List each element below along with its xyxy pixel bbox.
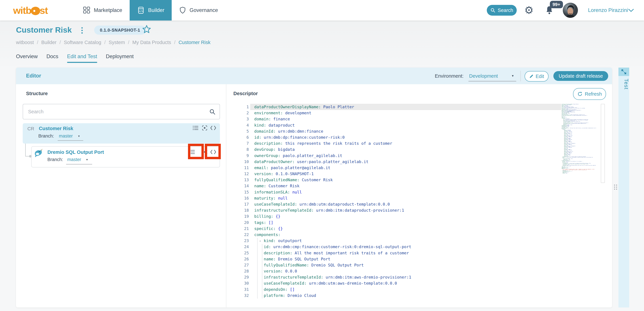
node-title[interactable]: Customer Risk: [39, 126, 73, 131]
user-name[interactable]: Lorenzo Pirazzini: [588, 0, 628, 20]
nav-item-builder[interactable]: </> Builder: [130, 0, 172, 20]
yaml-line: 17useCaseTemplateId: urn:dmb:utm:datapro…: [234, 201, 606, 207]
minimap-line: endpoint: https://myurl/development/fina…: [562, 157, 596, 158]
edit-button[interactable]: Edit: [524, 71, 548, 82]
nav-item-label: Marketplace: [94, 7, 122, 13]
tab-test[interactable]: Test: [618, 79, 629, 90]
structure-search-box: [23, 104, 220, 119]
refresh-button[interactable]: Refresh: [573, 88, 606, 100]
node-title[interactable]: Dremio SQL Output Port: [48, 150, 104, 155]
yaml-line: 31 dependsOn: []: [234, 286, 606, 292]
yaml-line: 11email: paolo.platter@agilelab.it: [234, 165, 606, 171]
root-branch-select[interactable]: master: [59, 134, 73, 139]
branch-underline: [58, 140, 83, 141]
environment-label: Environment:: [435, 73, 464, 79]
annotation-box-list-icon: [188, 144, 204, 159]
breadcrumb-item[interactable]: witboost: [16, 40, 34, 45]
child-branch-select[interactable]: master: [67, 157, 81, 162]
update-draft-release-button[interactable]: Update draft release: [553, 71, 608, 81]
editor-heading: Editor: [26, 73, 41, 79]
tab-deployment[interactable]: Deployment: [106, 54, 134, 62]
yaml-line: 13fullyQualifiedName: Customer Risk: [234, 177, 606, 183]
yaml-line: 3domain: finance: [234, 116, 606, 122]
test-drawer: Test: [618, 68, 629, 308]
yaml-code: 1dataProductOwnerDisplayName: Paolo Plat…: [234, 104, 606, 298]
structure-search-input[interactable]: [28, 106, 205, 118]
breadcrumb-item[interactable]: System: [108, 40, 125, 45]
tree-node-customer-risk[interactable]: CR Customer Risk Branch:: [23, 123, 220, 144]
yaml-line: 25 description: All the most important r…: [234, 250, 606, 256]
expand-arrows-icon: [621, 69, 627, 75]
breadcrumb-separator: /: [104, 40, 106, 45]
tab-docs[interactable]: Docs: [46, 54, 58, 62]
user-menu-chevron-down-icon[interactable]: [628, 9, 634, 12]
breadcrumb-separator: /: [128, 40, 129, 45]
environment-caret-down-icon[interactable]: ▼: [511, 74, 514, 78]
tab-overview[interactable]: Overview: [16, 54, 38, 62]
structure-heading: Structure: [26, 91, 48, 96]
editor-header-band: [16, 68, 612, 84]
yaml-line: 20tags: []: [234, 220, 606, 226]
environment-select[interactable]: Development: [469, 73, 498, 79]
yaml-line: 7description: this represents the risk t…: [234, 140, 606, 146]
page-tabs: OverviewDocsEdit and TestDeployment: [16, 54, 134, 62]
root-code-icon[interactable]: [210, 125, 216, 131]
descriptor-heading: Descriptor: [234, 91, 258, 96]
title-kebab-menu-icon[interactable]: [82, 27, 83, 34]
settings-gear-icon[interactable]: ⚙: [524, 4, 534, 17]
nav-item-governance[interactable]: Governance: [172, 0, 225, 20]
witboost-logo[interactable]: witbst: [13, 0, 48, 20]
marketplace-grid-icon: [83, 6, 90, 14]
header-divider: [520, 71, 521, 81]
breadcrumb-separator: /: [174, 40, 176, 45]
editor-minimap[interactable]: dataProductOwnerDisplayName: Paolo Platt…: [562, 104, 596, 174]
yaml-line: 4kind: dataproduct: [234, 122, 606, 128]
page-title: Customer Risk: [16, 25, 72, 34]
svg-text:</>: </>: [139, 10, 143, 12]
resize-grip[interactable]: [614, 184, 617, 190]
yaml-line: 1dataProductOwnerDisplayName: Paolo Plat…: [234, 104, 606, 110]
root-branch-caret-icon[interactable]: ▼: [78, 135, 80, 138]
user-avatar[interactable]: [563, 3, 578, 18]
yaml-line: 2environment: development: [234, 110, 606, 116]
dremio-dolphin-icon: [34, 148, 44, 158]
pencil-icon: [529, 74, 534, 78]
breadcrumb-item: Customer Risk: [178, 40, 210, 45]
branch-underline: [66, 164, 92, 164]
nav-item-marketplace[interactable]: Marketplace: [75, 0, 130, 20]
yaml-line: 30 useCaseTemplateId: urn:dmb:utm:aws-dr…: [234, 280, 606, 286]
indent-guide: [262, 244, 262, 298]
tree-connector: [25, 144, 26, 156]
yaml-line: 32 platform: Dremio Cloud: [234, 292, 606, 298]
root-focus-icon[interactable]: [202, 125, 208, 131]
top-navbar: witbst Marketplace </>: [0, 0, 644, 20]
breadcrumb-separator: /: [60, 40, 61, 45]
search-icon: [490, 8, 495, 13]
yaml-line: 5domainId: urn:dmb:dmn:finance: [234, 128, 606, 134]
yaml-line: 22components:: [234, 232, 606, 238]
yaml-line: 28 version: 0.0.0: [234, 268, 606, 274]
global-search-button[interactable]: Search: [487, 5, 517, 16]
yaml-line: 10dataProductOwner: user:paolo.platter_a…: [234, 159, 606, 165]
logo-blob: [31, 7, 40, 15]
tab-edit-and-test[interactable]: Edit and Test: [67, 54, 97, 62]
yaml-line: 29 infrastructureTemplateId: urn:dmb:itm…: [234, 274, 606, 280]
search-button-label: Search: [498, 8, 513, 13]
nav-item-label: Governance: [190, 7, 218, 13]
yaml-editor[interactable]: 1dataProductOwnerDisplayName: Paolo Plat…: [234, 104, 606, 306]
logo-text-left: witb: [13, 5, 31, 16]
expand-test-panel-button[interactable]: [618, 68, 629, 76]
child-branch-caret-icon[interactable]: ▼: [86, 158, 88, 161]
structure-search-icon[interactable]: [209, 108, 216, 115]
panel-divider: [226, 84, 226, 308]
breadcrumb-item[interactable]: Software Catalog: [64, 40, 101, 45]
yaml-line: 26 name: Dremio SQL Output Port: [234, 256, 606, 262]
root-list-icon[interactable]: [192, 125, 198, 131]
node-kind-badge: CR: [28, 126, 34, 132]
favorite-star-icon[interactable]: [142, 25, 151, 34]
editor-scrollbar[interactable]: [601, 104, 605, 183]
yaml-line: 19billing: {}: [234, 213, 606, 220]
breadcrumb-item[interactable]: My Data Products: [132, 40, 171, 45]
breadcrumb-item[interactable]: Builder: [41, 40, 56, 45]
nav-item-label: Builder: [148, 7, 164, 13]
